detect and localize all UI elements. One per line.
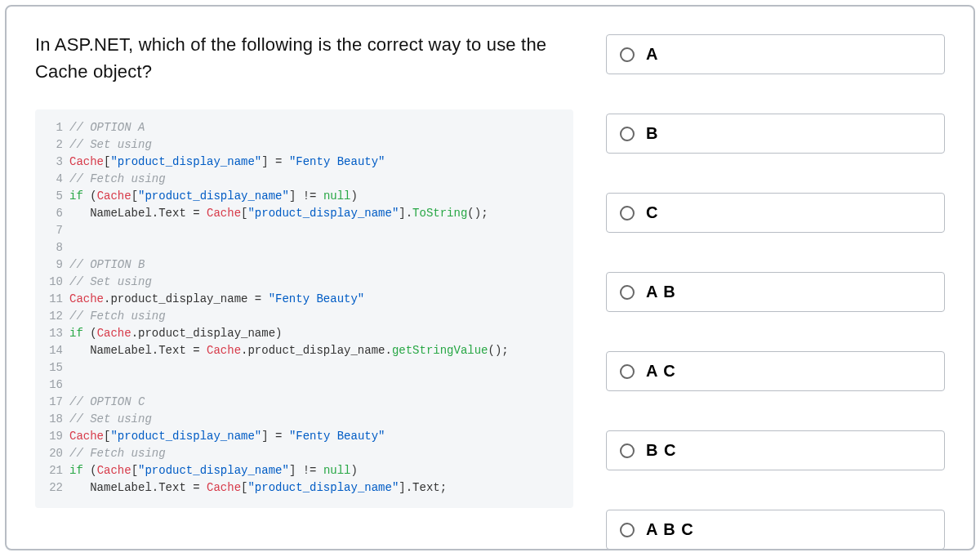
- answer-label: A B: [646, 283, 676, 301]
- line-number: 7: [43, 222, 63, 239]
- line-number: 2: [43, 136, 63, 154]
- code-line: 9// OPTION B: [43, 256, 562, 274]
- line-number: 12: [43, 308, 63, 325]
- code-line: 13if (Cache.product_display_name): [43, 325, 562, 342]
- code-content: Cache["product_display_name"] = "Fenty B…: [69, 428, 385, 445]
- code-content: NameLabel.Text = Cache["product_display_…: [69, 479, 447, 497]
- line-number: 22: [43, 479, 63, 497]
- question-text: In ASP.NET, which of the following is th…: [35, 31, 573, 85]
- code-line: 6 NameLabel.Text = Cache["product_displa…: [43, 205, 562, 222]
- code-content: // Fetch using: [69, 445, 166, 462]
- code-line: 21if (Cache["product_display_name"] != n…: [43, 462, 562, 479]
- line-number: 4: [43, 171, 63, 188]
- code-line: 11Cache.product_display_name = "Fenty Be…: [43, 291, 562, 308]
- line-number: 19: [43, 428, 63, 445]
- radio-icon: [620, 285, 635, 300]
- line-number: 5: [43, 188, 63, 205]
- line-number: 14: [43, 342, 63, 359]
- line-number: 15: [43, 359, 63, 377]
- question-column: In ASP.NET, which of the following is th…: [35, 31, 573, 524]
- answers-column: ABCA BA CB CA B C: [606, 31, 945, 524]
- code-line: 19Cache["product_display_name"] = "Fenty…: [43, 428, 562, 445]
- code-content: NameLabel.Text = Cache.product_display_n…: [69, 342, 509, 359]
- code-content: Cache["product_display_name"] = "Fenty B…: [69, 154, 385, 171]
- radio-icon: [620, 523, 635, 537]
- code-line: 14 NameLabel.Text = Cache.product_displa…: [43, 342, 562, 359]
- code-content: if (Cache["product_display_name"] != nul…: [69, 188, 358, 205]
- code-content: // Set using: [69, 411, 152, 428]
- code-line: 1// OPTION A: [43, 119, 562, 136]
- code-content: NameLabel.Text = Cache["product_display_…: [69, 205, 488, 222]
- radio-icon: [620, 206, 635, 221]
- code-line: 5if (Cache["product_display_name"] != nu…: [43, 188, 562, 205]
- answer-option-0[interactable]: A: [606, 34, 945, 74]
- answer-label: A C: [646, 362, 676, 381]
- code-content: // Fetch using: [69, 171, 166, 188]
- code-block: 1// OPTION A2// Set using3Cache["product…: [35, 109, 573, 508]
- code-line: 12// Fetch using: [43, 308, 562, 325]
- code-line: 17// OPTION C: [43, 394, 562, 411]
- line-number: 21: [43, 462, 63, 479]
- answer-label: C: [646, 203, 658, 222]
- code-line: 18// Set using: [43, 411, 562, 428]
- line-number: 16: [43, 377, 63, 394]
- line-number: 13: [43, 325, 63, 342]
- code-content: if (Cache.product_display_name): [69, 325, 282, 342]
- answer-option-4[interactable]: A C: [606, 351, 945, 391]
- line-number: 1: [43, 119, 63, 136]
- code-content: Cache.product_display_name = "Fenty Beau…: [69, 291, 364, 308]
- code-line: 16: [43, 377, 562, 394]
- code-line: 4// Fetch using: [43, 171, 562, 188]
- line-number: 10: [43, 274, 63, 291]
- code-line: 7: [43, 222, 562, 239]
- code-line: 22 NameLabel.Text = Cache["product_displ…: [43, 479, 562, 497]
- radio-icon: [620, 443, 635, 458]
- answer-option-5[interactable]: B C: [606, 430, 945, 470]
- radio-icon: [620, 47, 635, 62]
- code-line: 20// Fetch using: [43, 445, 562, 462]
- code-line: 15: [43, 359, 562, 377]
- line-number: 8: [43, 239, 63, 256]
- line-number: 9: [43, 256, 63, 274]
- line-number: 3: [43, 154, 63, 171]
- answer-option-6[interactable]: A B C: [606, 510, 945, 550]
- answer-option-3[interactable]: A B: [606, 272, 945, 312]
- code-content: // Fetch using: [69, 308, 166, 325]
- radio-icon: [620, 364, 635, 379]
- code-content: // Set using: [69, 136, 152, 154]
- code-content: // OPTION A: [69, 119, 145, 136]
- line-number: 17: [43, 394, 63, 411]
- line-number: 11: [43, 291, 63, 308]
- code-line: 2// Set using: [43, 136, 562, 154]
- quiz-frame: In ASP.NET, which of the following is th…: [5, 5, 975, 550]
- answer-label: A: [646, 45, 658, 64]
- line-number: 18: [43, 411, 63, 428]
- answer-option-2[interactable]: C: [606, 193, 945, 233]
- code-line: 8: [43, 239, 562, 256]
- answer-label: B: [646, 124, 658, 143]
- code-line: 10// Set using: [43, 274, 562, 291]
- code-content: // OPTION C: [69, 394, 145, 411]
- answer-label: A B C: [646, 520, 694, 539]
- answer-label: B C: [646, 441, 676, 460]
- radio-icon: [620, 127, 635, 141]
- line-number: 6: [43, 205, 63, 222]
- code-line: 3Cache["product_display_name"] = "Fenty …: [43, 154, 562, 171]
- code-content: if (Cache["product_display_name"] != nul…: [69, 462, 358, 479]
- answer-option-1[interactable]: B: [606, 114, 945, 154]
- line-number: 20: [43, 445, 63, 462]
- code-content: // OPTION B: [69, 256, 145, 274]
- code-content: // Set using: [69, 274, 152, 291]
